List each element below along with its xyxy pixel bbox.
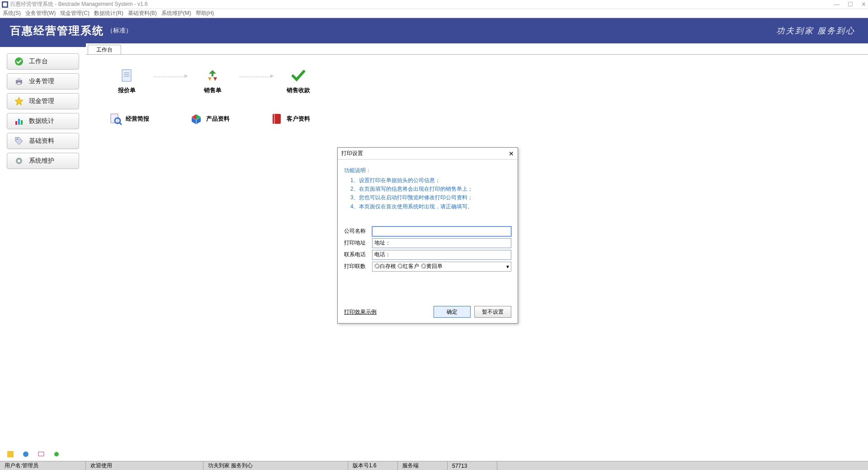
statusbar: 用户名:管理员 欢迎使用 功夫到家 服务到心 版本号1.6 服务端 57713 [0, 461, 868, 470]
tag-icon [14, 136, 24, 146]
svg-rect-23 [38, 452, 44, 456]
quick-customer[interactable]: 客户资料 [270, 113, 310, 125]
svg-rect-6 [15, 121, 17, 125]
phone-input[interactable] [372, 250, 511, 260]
flow-arrow-icon [154, 76, 185, 77]
print-settings-dialog: 打印设置 ✕ 功能说明： 1、设置打印在单据抬头的公司信息； 2、在页面填写的信… [337, 147, 518, 324]
banner-slogan: 功夫到家 服务到心 [776, 25, 856, 36]
flow-quote[interactable]: 报价单 [104, 68, 149, 94]
status-server: 服务端 [398, 461, 448, 470]
sidebar-item-label: 基础资料 [29, 137, 54, 145]
flow-receipt[interactable]: 销售收款 [276, 68, 321, 94]
svg-rect-20 [274, 114, 275, 124]
svg-rect-5 [17, 82, 21, 85]
copies-select[interactable]: ◎白存根 ◎红客户 ◎黄回单 ▾ [372, 262, 511, 272]
dialog-desc-line: 3、您也可以在启动打印预览时修改打印公司资料； [344, 193, 511, 202]
menu-stats[interactable]: 数据统计(R) [94, 9, 123, 17]
menu-help[interactable]: 帮助(H) [196, 9, 214, 17]
app-name: 百惠经营管理系统 [10, 24, 104, 38]
ok-button[interactable]: 确定 [434, 306, 471, 318]
print-example-link[interactable]: 打印效果示例 [344, 308, 377, 316]
svg-point-24 [54, 452, 59, 456]
close-icon[interactable]: ✕ [509, 150, 514, 157]
screen-icon[interactable] [38, 451, 44, 457]
close-window-button[interactable]: ✕ [861, 1, 866, 8]
dialog-form: 公司名称 打印地址 联系电话 打印联数 ◎白存根 ◎红客户 ◎黄回单 ▾ [344, 226, 511, 272]
sidebar-item-cash[interactable]: 现金管理 [7, 93, 79, 109]
svg-point-11 [18, 160, 20, 162]
printer-icon [14, 77, 24, 86]
sidebar-item-label: 系统维护 [29, 157, 54, 165]
menu-business[interactable]: 业务管理(W) [25, 9, 56, 17]
dialog-desc-title: 功能说明： [344, 167, 511, 174]
svg-point-2 [15, 57, 23, 66]
quick-report[interactable]: 经营简报 [109, 113, 149, 125]
copies-value: ◎白存根 ◎红客户 ◎黄回单 [374, 263, 443, 270]
note-icon[interactable] [7, 451, 14, 457]
sidebar-item-label: 业务管理 [29, 77, 54, 85]
status-user: 用户名:管理员 [0, 461, 86, 470]
tab-label: 工作台 [96, 46, 113, 54]
star-icon [14, 97, 24, 106]
sidebar-item-stats[interactable]: 数据统计 [7, 113, 79, 129]
status-slogan: 功夫到家 服务到心 [203, 461, 348, 470]
svg-rect-1 [3, 2, 7, 6]
bottom-tool-icons [7, 451, 60, 457]
flow-sales[interactable]: 销售单 [190, 68, 235, 94]
quick-row: 经营简报 产品资料 客户资料 [104, 113, 850, 125]
dialog-desc-line: 4、本页面仅在首次使用系统时出现，请正确填写。 [344, 202, 511, 211]
menu-basedata[interactable]: 基础资料(B) [128, 9, 157, 17]
svg-rect-21 [7, 451, 14, 457]
app-edition: （标准） [107, 27, 132, 35]
gear-icon [14, 156, 24, 165]
tab-workbench[interactable]: 工作台 [88, 45, 121, 55]
copies-label: 打印联数 [344, 263, 369, 270]
svg-rect-7 [18, 119, 20, 125]
menu-cash[interactable]: 现金管理(C) [60, 9, 90, 17]
minimize-button[interactable]: — [834, 1, 840, 8]
sidebar-item-basedata[interactable]: 基础资料 [7, 133, 79, 149]
info-icon[interactable] [23, 451, 29, 457]
svg-rect-8 [21, 120, 23, 125]
flow-label: 销售单 [190, 86, 235, 94]
status-version: 版本号1.6 [348, 461, 398, 470]
sidebar-item-maintain[interactable]: 系统维护 [7, 153, 79, 169]
maximize-button[interactable]: ☐ [848, 1, 853, 8]
chevron-down-icon: ▾ [506, 263, 509, 270]
menu-maintain[interactable]: 系统维护(M) [161, 9, 191, 17]
flow-arrow-icon [240, 76, 271, 77]
menubar: 系统(S) 业务管理(W) 现金管理(C) 数据统计(R) 基础资料(B) 系统… [0, 9, 868, 18]
status-dot-icon[interactable] [53, 451, 60, 457]
menu-system[interactable]: 系统(S) [3, 9, 21, 17]
svg-rect-19 [273, 114, 281, 124]
dialog-desc-line: 1、设置打印在单据抬头的公司信息； [344, 176, 511, 185]
svg-line-18 [119, 122, 122, 125]
dialog-desc-line: 2、在页面填写的信息将会出现在打印的销售单上； [344, 185, 511, 193]
flow-label: 销售收款 [276, 86, 321, 94]
quick-label: 客户资料 [287, 115, 310, 123]
quick-product[interactable]: 产品资料 [190, 113, 230, 125]
phone-label: 联系电话 [344, 251, 369, 258]
address-input[interactable] [372, 238, 511, 248]
tabstrip: 工作台 [86, 43, 868, 55]
flow-label: 报价单 [104, 86, 149, 94]
sidebar-item-workbench[interactable]: 工作台 [7, 53, 79, 70]
sidebar-item-label: 现金管理 [29, 97, 54, 105]
magnifier-icon [109, 113, 122, 125]
workflow-row: 报价单 销售单 销售收款 [104, 68, 850, 94]
address-label: 打印地址 [344, 239, 369, 247]
quick-label: 经营简报 [126, 115, 149, 123]
sidebar-item-business[interactable]: 业务管理 [7, 73, 79, 89]
skip-button[interactable]: 暂不设置 [474, 306, 511, 318]
company-label: 公司名称 [344, 227, 369, 235]
window-title: 百惠经营管理系统 - Bestrade Management System - … [10, 0, 834, 8]
status-welcome: 欢迎使用 [86, 461, 203, 470]
svg-rect-4 [17, 78, 21, 80]
company-input[interactable] [372, 226, 511, 236]
dialog-title: 打印设置 [341, 150, 363, 157]
app-icon [2, 1, 8, 8]
box-icon [190, 113, 203, 125]
recycle-icon [205, 68, 220, 83]
window-titlebar: 百惠经营管理系统 - Bestrade Management System - … [0, 0, 868, 9]
svg-rect-12 [122, 70, 131, 81]
